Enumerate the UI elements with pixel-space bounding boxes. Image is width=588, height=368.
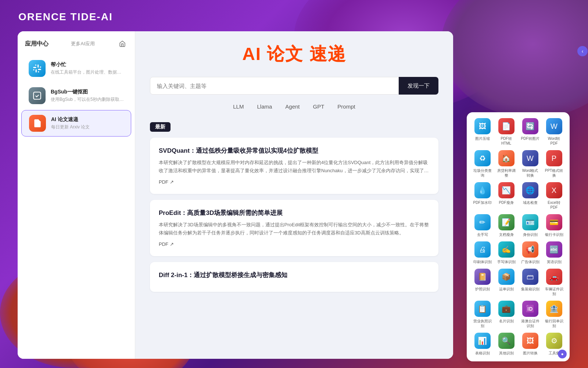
heading-prefix: AI 论文: [242, 44, 304, 64]
panel-icon-17: ✍: [498, 241, 514, 258]
panel-item-22[interactable]: 🗃集装箱识别: [520, 269, 540, 296]
paper-link-0[interactable]: PDF: [159, 179, 174, 185]
panel-item-7[interactable]: PPPT格式转换: [544, 150, 564, 178]
sidebar-item-bgsub[interactable]: BgSub一键抠图 使用BgSub，可以在5秒内删除获取替...: [21, 83, 131, 109]
panel-label-19: 英语识别: [547, 259, 562, 264]
panel-icon-4: ♻: [474, 150, 491, 166]
panel-icon-25: 💼: [498, 301, 514, 317]
panel-icon-10: 🌐: [522, 182, 538, 198]
paper-card-0: SVDQuant：通过低秩分量吸收异常值以实现4位扩散模型 本研究解决了扩散模型…: [150, 138, 438, 194]
paper-link-1[interactable]: PDF: [159, 241, 174, 247]
panel-item-5[interactable]: 🏠房贷利率调整: [496, 150, 516, 178]
panel-label-1: PDF转HTML: [496, 136, 516, 146]
panel-item-13[interactable]: 📝文档瘦身: [496, 214, 516, 237]
panel-item-19[interactable]: 🔤英语识别: [544, 241, 564, 264]
panel-item-3[interactable]: WWord转PDF: [544, 118, 564, 146]
panel-icon-15: 💳: [546, 214, 562, 230]
paper-title-1: ProEdit：高质量3D场景编辑所需的简单进展: [159, 209, 430, 217]
panel-label-15: 银行卡识别: [545, 232, 563, 237]
panel-scroll-button[interactable]: ●: [558, 350, 567, 358]
panel-item-8[interactable]: 💧PDF加水印: [473, 182, 492, 210]
panel-item-10[interactable]: 🌐域名检查: [520, 182, 540, 210]
panel-icon-26: 🆔: [522, 301, 538, 317]
panel-label-4: 垃圾分类查询: [473, 168, 492, 178]
panel-item-0[interactable]: 🖼图片压缩: [473, 118, 492, 146]
app-icon-bgsub: [29, 87, 46, 104]
app-paper-name: AI 论文速递: [51, 116, 90, 123]
panel-label-25: 名片识别: [499, 319, 514, 323]
sidebar-item-bangxiaozhong[interactable]: 帮小忙 在线工具箱平台，图片处理、数据换算...: [21, 56, 131, 81]
panel-icon-1: 📄: [498, 118, 514, 134]
panel-icon-13: 📝: [498, 214, 514, 230]
sidebar-item-paper[interactable]: AI 论文速递 每日更新 Arxiv 论文: [21, 110, 131, 137]
panel-item-26[interactable]: 🆔港澳台证件识别: [520, 301, 540, 328]
tag-agent[interactable]: Agent: [282, 102, 302, 111]
panel-item-4[interactable]: ♻垃圾分类查询: [473, 150, 492, 178]
panel-label-12: 去手写: [477, 232, 488, 237]
panel-item-12[interactable]: ✏去手写: [473, 214, 492, 237]
panel-item-20[interactable]: 📔护照识别: [473, 269, 492, 296]
panel-label-23: 车辆证件识别: [544, 287, 564, 296]
content-area: AI 论文 速递 发现一下 LLM Llama Agent GPT Prompt…: [135, 31, 453, 359]
panel-label-2: PDF转图片: [521, 136, 539, 141]
panel-item-1[interactable]: 📄PDF转HTML: [496, 118, 516, 146]
panel-label-3: Word转PDF: [544, 136, 564, 146]
panel-item-15[interactable]: 💳银行卡识别: [544, 214, 564, 237]
home-icon[interactable]: [117, 39, 128, 49]
app-bgsub-desc: 使用BgSub，可以在5秒内删除获取替...: [51, 96, 124, 103]
panel-item-25[interactable]: 💼名片识别: [496, 301, 516, 328]
panel-icon-20: 📔: [474, 269, 491, 285]
panel-item-23[interactable]: 🚗车辆证件识别: [544, 269, 564, 296]
panel-label-30: 图片转换: [523, 351, 538, 355]
app-icon-bangxiaozhong: [29, 60, 46, 77]
panel-item-18[interactable]: 📢广告体识别: [520, 241, 540, 264]
tag-gpt[interactable]: GPT: [310, 102, 327, 111]
panel-label-22: 集装箱识别: [521, 287, 539, 291]
panel-item-14[interactable]: 🪪身份识别: [520, 214, 540, 237]
app-title: ORENCE TIDE-AI: [18, 11, 113, 23]
panel-toggle-button[interactable]: ‹: [577, 46, 588, 56]
panel-icon-27: 🏦: [546, 301, 562, 317]
paper-abstract-0: 本研究解决了扩散模型在大规模应用中对内存和延迟的挑战，提出了一种新的4位量化方法…: [159, 159, 430, 175]
panel-item-6[interactable]: WWord格式转换: [520, 150, 540, 178]
search-button[interactable]: 发现一下: [399, 77, 438, 95]
panel-label-21: 运单识别: [499, 287, 514, 291]
tags-row: LLM Llama Agent GPT Prompt: [150, 102, 438, 111]
panel-icon-29: 🔍: [498, 333, 514, 349]
panel-item-2[interactable]: 🔄PDF转图片: [520, 118, 540, 146]
panel-item-17[interactable]: ✍手写体识别: [496, 241, 516, 264]
panel-label-18: 广告体识别: [521, 259, 539, 264]
panel-icon-3: W: [546, 118, 562, 134]
tag-prompt[interactable]: Prompt: [334, 102, 358, 111]
panel-icon-28: 📊: [474, 333, 491, 349]
page-heading: AI 论文 速递: [150, 42, 438, 66]
panel-item-29[interactable]: 🔍其他识别: [496, 333, 516, 355]
panel-icon-12: ✏: [474, 214, 491, 230]
paper-abstract-1: 本研究解决了3D场景编辑中的多视角不一致问题，通过提出ProEdit框架有效控制…: [159, 221, 430, 237]
tag-llama[interactable]: Llama: [254, 102, 275, 111]
panel-item-24[interactable]: 📋营业执照识别: [473, 301, 492, 328]
panel-icon-7: P: [546, 150, 562, 166]
search-input[interactable]: [150, 77, 399, 95]
panel-item-21[interactable]: 📦运单识别: [496, 269, 516, 296]
sidebar-header: 应用中心 更多AI应用: [18, 39, 135, 55]
paper-title-0: SVDQuant：通过低秩分量吸收异常值以实现4位扩散模型: [159, 146, 430, 155]
panel-item-16[interactable]: 🖨印刷体识别: [473, 241, 492, 264]
panel-item-11[interactable]: XExcel转PDF: [544, 182, 564, 210]
panel-label-6: Word格式转换: [520, 168, 540, 178]
panel-label-10: 域名检查: [523, 200, 538, 205]
main-container: 应用中心 更多AI应用 帮小忙 在线工具箱平台，图片处理、数据换算...: [18, 31, 453, 359]
panel-item-30[interactable]: 🖼图片转换: [520, 333, 540, 355]
panel-icon-23: 🚗: [546, 269, 562, 285]
panel-item-28[interactable]: 📊表格识别: [473, 333, 492, 355]
panel-item-27[interactable]: 🏦银行回单识别: [544, 301, 564, 328]
panel-label-7: PPT格式转换: [544, 168, 564, 178]
panel-icon-19: 🔤: [546, 241, 562, 258]
sidebar-more-link[interactable]: 更多AI应用: [71, 40, 94, 47]
panel-icon-18: 📢: [522, 241, 538, 258]
panel-icon-31: ⚙: [546, 333, 562, 349]
tag-llm[interactable]: LLM: [230, 102, 247, 111]
panel-icon-8: 💧: [474, 182, 491, 198]
panel-item-9[interactable]: 📉PDF瘦身: [496, 182, 516, 210]
paper-card-1: ProEdit：高质量3D场景编辑所需的简单进展 本研究解决了3D场景编辑中的多…: [150, 200, 438, 256]
